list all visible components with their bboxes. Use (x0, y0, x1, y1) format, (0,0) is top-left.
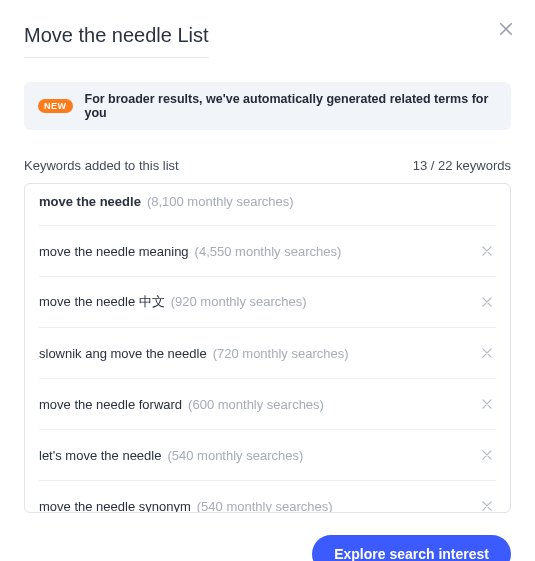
keyword-meta: (600 monthly searches) (188, 397, 324, 412)
remove-keyword-button[interactable] (478, 395, 496, 413)
keyword-text: move the needle synonym(540 monthly sear… (39, 499, 333, 513)
keyword-name: move the needle synonym (39, 499, 191, 513)
keyword-row: let's move the needle(540 monthly search… (39, 430, 496, 481)
close-icon (480, 346, 494, 360)
keyword-list-container: move the needle(8,100 monthly searches)m… (24, 183, 511, 513)
keyword-meta: (4,550 monthly searches) (195, 244, 342, 259)
close-icon (480, 499, 494, 512)
keyword-row: move the needle(8,100 monthly searches) (39, 184, 496, 226)
keyword-name: move the needle forward (39, 397, 182, 412)
keyword-text: let's move the needle(540 monthly search… (39, 448, 303, 463)
keyword-name: move the needle 中文 (39, 293, 165, 311)
list-header-label: Keywords added to this list (24, 158, 179, 173)
keyword-text: move the needle forward(600 monthly sear… (39, 397, 324, 412)
keyword-name: let's move the needle (39, 448, 161, 463)
keyword-counter: 13 / 22 keywords (413, 158, 511, 173)
remove-keyword-button[interactable] (478, 293, 496, 311)
keyword-row: move the needle synonym(540 monthly sear… (39, 481, 496, 512)
keyword-name: slownik ang move the needle (39, 346, 207, 361)
close-icon (480, 448, 494, 462)
close-icon (480, 397, 494, 411)
keyword-row: move the needle forward(600 monthly sear… (39, 379, 496, 430)
close-icon (497, 20, 515, 38)
keyword-name: move the needle (39, 194, 141, 209)
modal-footer: Explore search interest (24, 535, 511, 561)
keyword-meta: (720 monthly searches) (213, 346, 349, 361)
keyword-text: move the needle 中文(920 monthly searches) (39, 293, 307, 311)
keyword-meta: (540 monthly searches) (167, 448, 303, 463)
close-icon (480, 244, 494, 258)
keyword-list-scroll[interactable]: move the needle(8,100 monthly searches)m… (25, 184, 510, 512)
keyword-text: slownik ang move the needle(720 monthly … (39, 346, 349, 361)
keyword-meta: (540 monthly searches) (197, 499, 333, 513)
close-modal-button[interactable] (495, 18, 517, 40)
keyword-meta: (8,100 monthly searches) (147, 194, 294, 209)
banner-text: For broader results, we've automatically… (85, 92, 498, 120)
keyword-meta: (920 monthly searches) (171, 294, 307, 309)
info-banner: NEW For broader results, we've automatic… (24, 82, 511, 130)
keyword-text: move the needle(8,100 monthly searches) (39, 194, 294, 209)
explore-button[interactable]: Explore search interest (312, 535, 511, 561)
remove-keyword-button[interactable] (478, 344, 496, 362)
keyword-name: move the needle meaning (39, 244, 189, 259)
list-header: Keywords added to this list 13 / 22 keyw… (24, 158, 511, 173)
remove-keyword-button[interactable] (478, 242, 496, 260)
modal-title: Move the needle List (24, 24, 209, 58)
keyword-row: move the needle 中文(920 monthly searches) (39, 277, 496, 328)
remove-keyword-button[interactable] (478, 497, 496, 512)
close-icon (480, 295, 494, 309)
new-badge: NEW (38, 99, 73, 113)
remove-keyword-button[interactable] (478, 446, 496, 464)
keyword-row: slownik ang move the needle(720 monthly … (39, 328, 496, 379)
keyword-row: move the needle meaning(4,550 monthly se… (39, 226, 496, 277)
keyword-text: move the needle meaning(4,550 monthly se… (39, 244, 341, 259)
